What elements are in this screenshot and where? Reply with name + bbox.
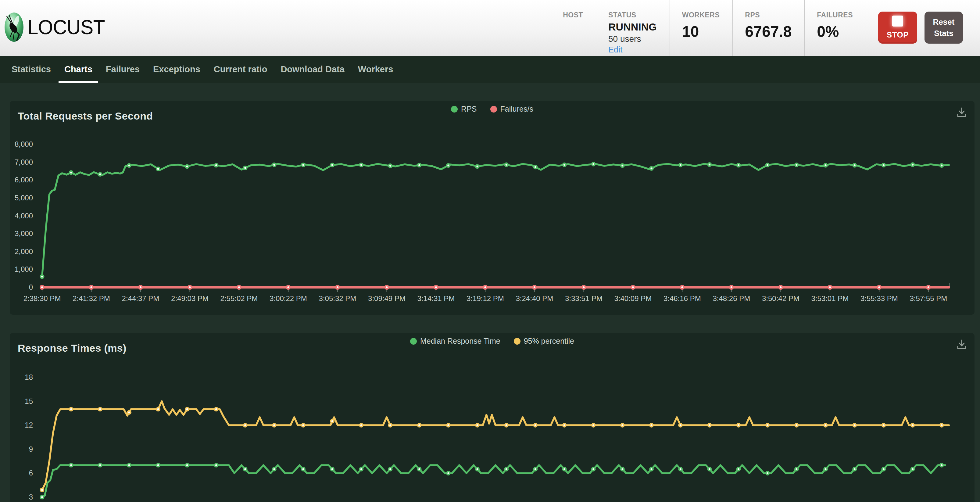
- locust-logo: LOCUST: [4, 12, 105, 42]
- stat-value-workers: 10: [682, 23, 720, 41]
- reset-stats-button[interactable]: Reset Stats: [924, 11, 963, 44]
- stat-value-failures: 0%: [817, 23, 853, 41]
- stat-status: STATUSRUNNING50 usersEdit: [608, 0, 670, 56]
- nav-tabs: StatisticsChartsFailuresExceptionsCurren…: [0, 56, 980, 83]
- stat-failures: FAILURES0%: [817, 0, 866, 56]
- tab-exceptions[interactable]: Exceptions: [146, 56, 207, 83]
- chart-plot-area[interactable]: [10, 101, 975, 315]
- stat-label-workers: WORKERS: [682, 11, 720, 19]
- series-line-rps: [42, 164, 949, 277]
- charts-main: Total Requests per SecondRPSFailures/s01…: [0, 101, 980, 502]
- stat-value-status: RUNNING: [608, 21, 657, 33]
- stat-value-rps: 6767.8: [745, 23, 792, 41]
- stat-label-rps: RPS: [745, 11, 792, 19]
- tab-download-data[interactable]: Download Data: [274, 56, 351, 83]
- edit-link[interactable]: Edit: [608, 45, 657, 54]
- stat-label-host: HOST: [563, 11, 583, 19]
- series-line-median-response-time: [42, 465, 945, 497]
- tab-current-ratio[interactable]: Current ratio: [207, 56, 274, 83]
- stat-sub-status: 50 users: [608, 34, 657, 44]
- chart-plot-area[interactable]: [10, 333, 975, 502]
- chart-panel-0: Total Requests per SecondRPSFailures/s01…: [10, 101, 975, 315]
- locust-logo-icon: [4, 12, 24, 42]
- tab-charts[interactable]: Charts: [57, 56, 99, 83]
- series-line-95-percentile: [42, 402, 949, 490]
- tab-failures[interactable]: Failures: [99, 56, 146, 83]
- header-stats: HOSTSTATUSRUNNING50 usersEditWORKERS10RP…: [550, 0, 963, 56]
- stat-label-failures: FAILURES: [817, 11, 853, 19]
- header-buttons: STOP Reset Stats: [878, 0, 963, 56]
- stat-label-status: STATUS: [608, 11, 657, 19]
- tab-workers[interactable]: Workers: [351, 56, 400, 83]
- stats-container: HOSTSTATUSRUNNING50 usersEditWORKERS10RP…: [550, 0, 866, 56]
- tab-statistics[interactable]: Statistics: [5, 56, 57, 83]
- app-header: LOCUST HOSTSTATUSRUNNING50 usersEditWORK…: [0, 0, 980, 56]
- stop-button[interactable]: STOP: [878, 11, 917, 44]
- stat-rps: RPS6767.8: [745, 0, 805, 56]
- stop-icon: [892, 16, 903, 27]
- series-markers-95-percentile: [40, 407, 944, 492]
- logo-text: LOCUST: [27, 15, 105, 39]
- stop-button-label: STOP: [887, 30, 908, 40]
- reset-stats-label: Reset Stats: [929, 16, 959, 39]
- chart-panel-1: Response Times (ms)Median Response Time9…: [10, 333, 975, 502]
- series-markers-rps: [40, 162, 944, 279]
- stat-host: HOST: [563, 0, 596, 56]
- stat-workers: WORKERS10: [682, 0, 733, 56]
